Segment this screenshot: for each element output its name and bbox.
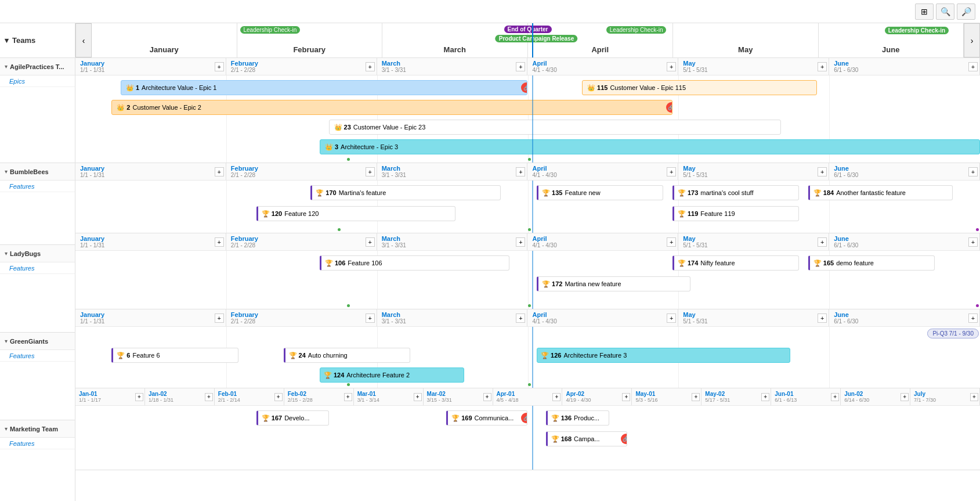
mt-add-jan1[interactable]: + <box>135 393 143 401</box>
lb-add-jun[interactable]: + <box>968 237 978 247</box>
feature-bar-167[interactable]: 🏆 167 Develo... <box>256 410 329 426</box>
feature-bar-120[interactable]: 🏆 120 Feature 120 <box>256 206 455 221</box>
gg-add-apr[interactable]: + <box>667 313 676 323</box>
gg-add-mar[interactable]: + <box>516 313 525 323</box>
add-apr-btn[interactable]: + <box>667 62 676 71</box>
ladybugs-header[interactable]: ▾ LadyBugs <box>0 245 75 262</box>
agilepractices-section: January 1/1 - 1/31 + February 2/1 - 2/28… <box>75 58 980 163</box>
feature-bar-169[interactable]: 🏆 169 Communica... 🔗 <box>446 410 527 426</box>
bumblebees-header[interactable]: ▾ BumbleBees <box>0 163 75 181</box>
mt-add-apr2[interactable]: + <box>622 393 630 401</box>
mt-add-feb1[interactable]: + <box>274 393 283 401</box>
marketingteam-header[interactable]: ▾ Marketing Team <box>0 420 75 438</box>
mt-add-mar2[interactable]: + <box>483 393 491 401</box>
lb-add-mar[interactable]: + <box>516 237 525 247</box>
gg-add-may[interactable]: + <box>818 313 827 323</box>
add-jan-btn[interactable]: + <box>215 62 224 71</box>
zoom-out-btn[interactable]: 🔍 <box>936 3 954 20</box>
epic-bar-3[interactable]: 👑 3 Architecture - Epic 3 <box>320 139 980 154</box>
bb-add-may[interactable]: + <box>818 167 827 176</box>
lb-add-jan[interactable]: + <box>215 237 224 247</box>
timeline-wrapper[interactable]: ▾ Teams ▾ AgilePractices T... Epics <box>0 23 980 501</box>
bumblebees-section: January 1/1 - 1/31 + February 2/1 - 2/28… <box>75 163 980 233</box>
feature-bar-165[interactable]: 🏆 165 demo feature <box>808 255 935 271</box>
gg-add-jun[interactable]: + <box>968 313 978 323</box>
app-container: ⊞ 🔍 🔎 ▾ Teams ▾ Agile <box>0 0 980 501</box>
greengiants-sublabel: Features <box>9 352 34 359</box>
agilepractices-sublabel: Epics <box>9 78 25 85</box>
mt-add-may1[interactable]: + <box>692 393 700 401</box>
pi-q3-label: Pi-Q3 7/1 - 9/30 <box>927 329 979 337</box>
epic-bar-1[interactable]: 👑 1 Architecture Value - Epic 1 🔗 <box>121 80 528 95</box>
epic-bar-23[interactable]: 👑 23 Customer Value - Epic 23 <box>329 120 782 135</box>
ladybugs-section: January 1/1 - 1/31 + February 2/1 - 2/28… <box>75 233 980 309</box>
greengiants-section: January 1/1 - 1/31 + February 2/1 - 2/28… <box>75 309 980 388</box>
ladybugs-label: LadyBugs <box>10 250 41 257</box>
bb-add-apr[interactable]: + <box>667 167 676 176</box>
feature-bar-126[interactable]: 🏆 126 Architecture Feature 3 <box>537 348 790 363</box>
lb-add-feb[interactable]: + <box>366 237 375 247</box>
toolbar: ⊞ 🔍 🔎 <box>0 0 980 23</box>
bb-add-mar[interactable]: + <box>516 167 525 176</box>
agilepractices-label: AgilePractices T... <box>10 63 64 70</box>
mt-add-may2[interactable]: + <box>761 393 769 401</box>
bb-add-jan[interactable]: + <box>215 167 224 176</box>
main-area: ▾ Teams ▾ AgilePractices T... Epics <box>0 23 980 501</box>
bb-add-feb[interactable]: + <box>366 167 375 176</box>
epic-bar-2[interactable]: 👑 2 Customer Value - Epic 2 🔗 <box>111 100 672 115</box>
lb-add-may[interactable]: + <box>818 237 827 247</box>
teams-label: Teams <box>12 36 35 45</box>
mt-add-jul[interactable]: + <box>970 393 978 401</box>
view-toggle-btn[interactable]: ⊞ <box>915 3 934 20</box>
feature-bar-119[interactable]: 🏆 119 Feature 119 <box>672 206 799 221</box>
marketingteam-section: Jan-01 1/1 - 1/17 + Jan-02 1/18 - 1/31 +… <box>75 388 980 470</box>
feature-bar-124[interactable]: 🏆 124 Architecture Feature 2 <box>320 367 464 383</box>
feature-bar-24[interactable]: 🏆 24 Auto churning <box>284 348 410 363</box>
bumblebees-sublabel: Features <box>9 183 34 190</box>
marketingteam-label: Marketing Team <box>10 426 58 432</box>
agilepractices-header[interactable]: ▾ AgilePractices T... <box>0 58 75 75</box>
bumblebees-label: BumbleBees <box>10 168 49 175</box>
greengiants-header[interactable]: ▾ GreenGiants <box>0 333 75 350</box>
mt-add-mar1[interactable]: + <box>414 393 422 401</box>
greengiants-label: GreenGiants <box>10 338 48 345</box>
nav-left-btn[interactable]: ‹ <box>75 23 92 57</box>
mt-add-feb2[interactable]: + <box>344 393 352 401</box>
feature-bar-106[interactable]: 🏆 106 Feature 106 <box>320 255 509 271</box>
feature-bar-174[interactable]: 🏆 174 Nifty feature <box>672 255 799 271</box>
feature-bar-170[interactable]: 🏆 170 Martina's feature <box>310 185 500 200</box>
gg-add-feb[interactable]: + <box>366 313 375 323</box>
ladybugs-sublabel: Features <box>9 265 34 272</box>
gg-add-jan[interactable]: + <box>215 313 224 323</box>
epic-bar-115[interactable]: 👑 115 Customer Value - Epic 115 <box>582 80 817 95</box>
mt-add-apr1[interactable]: + <box>552 393 560 401</box>
marketingteam-sublabel: Features <box>9 440 34 447</box>
add-jun-btn[interactable]: + <box>968 62 978 71</box>
mt-add-jun1[interactable]: + <box>831 393 839 401</box>
mt-add-jan2[interactable]: + <box>205 393 213 401</box>
feature-bar-173[interactable]: 🏆 173 martina's cool stuff <box>672 185 799 200</box>
feature-bar-135[interactable]: 🏆 135 Feature new <box>537 185 663 200</box>
mt-add-jun2[interactable]: + <box>901 393 909 401</box>
feature-bar-136[interactable]: 🏆 136 Produc... <box>546 410 609 426</box>
add-feb-btn[interactable]: + <box>366 62 375 71</box>
lb-add-apr[interactable]: + <box>667 237 676 247</box>
add-mar-btn[interactable]: + <box>516 62 525 71</box>
feature-bar-168[interactable]: 🏆 168 Campa... 🔗 <box>546 431 627 446</box>
zoom-in-btn[interactable]: 🔎 <box>957 3 975 20</box>
bb-add-jun[interactable]: + <box>968 167 978 176</box>
feature-bar-6[interactable]: 🏆 6 Feature 6 <box>111 348 238 363</box>
feature-bar-172[interactable]: 🏆 172 Martina new feature <box>537 276 690 291</box>
add-may-btn[interactable]: + <box>818 62 827 71</box>
feature-bar-184[interactable]: 🏆 184 Another fantastic feature <box>808 185 953 200</box>
nav-right-btn[interactable]: › <box>964 23 980 57</box>
